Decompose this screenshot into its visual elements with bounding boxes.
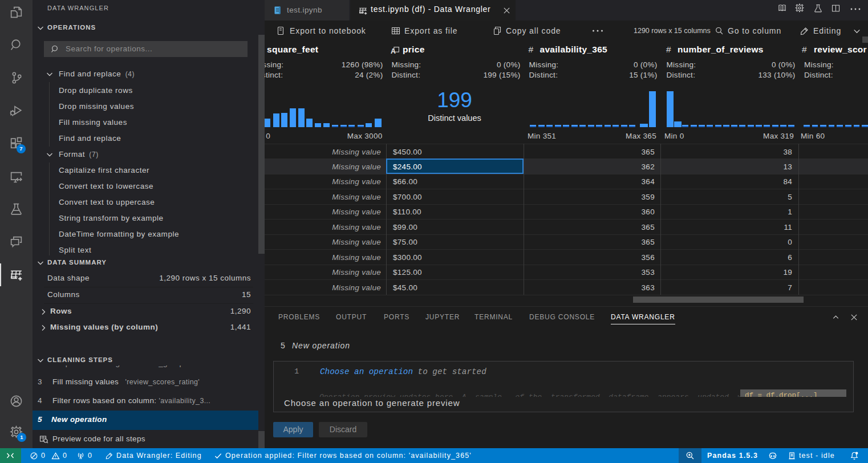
- svg-text:A: A: [391, 47, 396, 55]
